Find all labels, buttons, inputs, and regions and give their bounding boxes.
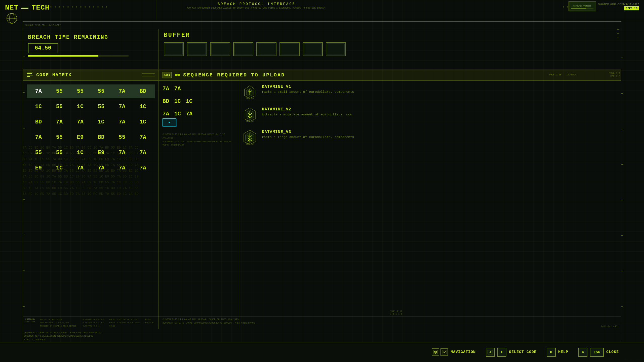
- close-button[interactable]: C ESC CLOSE: [578, 348, 619, 357]
- matrix-cell-5-4[interactable]: 7A: [113, 161, 132, 175]
- matrix-cell-5-3[interactable]: 7A: [92, 161, 111, 175]
- matrix-cell-4-2[interactable]: 1C: [71, 146, 90, 160]
- matrix-cell-2-3[interactable]: 1C: [92, 115, 111, 129]
- datamine-icon-3: DISC_V1A: [243, 130, 257, 145]
- matrix-cell-1-3[interactable]: 55: [92, 100, 111, 114]
- datamine-info-3: DATAMINE_V3 racts a large amount of euro…: [262, 130, 617, 139]
- close-label: CLOSE: [606, 350, 619, 354]
- model-line-label: NODE LINE: [549, 74, 561, 76]
- matrix-cell-4-3[interactable]: E9: [92, 146, 111, 160]
- breach-time-section: BREACH TIME REMAINING 64.50: [23, 29, 159, 69]
- matrix-cell-5-5[interactable]: 7A: [134, 161, 152, 175]
- matrix-cell-3-2[interactable]: E9: [71, 130, 90, 144]
- seq-code-1-2: 7A: [174, 86, 181, 92]
- datamine-info-2: DATAMINE_V2 Extracts a moderate amount o…: [262, 107, 617, 116]
- buffer-title: BUFFER: [164, 32, 616, 38]
- breach-protocol-title: BREACH PROTOCOL INTERFACE: [156, 0, 357, 6]
- matrix-cell-3-1[interactable]: 55: [50, 130, 69, 144]
- top-right-area: NETWATCH PROTOCOL SKONNER 62UZ-FFLH-9Y1T…: [569, 1, 639, 11]
- buffer-slot-8: [326, 42, 346, 56]
- dot-pattern-left: [50, 6, 107, 8]
- datamine-name-2: DATAMINE_V2: [262, 107, 617, 112]
- header-center: BREACH PROTOCOL INTERFACE YOU MAY ENCOUN…: [156, 0, 357, 20]
- matrix-cell-2-4[interactable]: 7A: [113, 115, 132, 129]
- matrix-cell-4-5[interactable]: 7A: [134, 146, 152, 160]
- matrix-cell-2-0[interactable]: BD: [29, 115, 48, 129]
- matrix-cell-4-1[interactable]: 55: [50, 146, 69, 160]
- seq-code-2-2: 1C: [174, 98, 181, 105]
- matrix-cell-0-5[interactable]: BD: [134, 84, 152, 98]
- svg-text:DISC_V1A: DISC_V1A: [246, 143, 254, 145]
- sequence-list: 7A 7A BD 1C 1C 7A: [159, 81, 239, 329]
- buffer-slot-1: [164, 42, 184, 56]
- seq-footer-right: 1511-1111 1-1 1 1-1: [390, 310, 402, 315]
- buffer-slot-4: [233, 42, 253, 56]
- top-bar: NET TECH BREACH PROTOCOL INTERFACE YOU M…: [0, 0, 644, 20]
- matrix-cell-0-2[interactable]: 55: [71, 84, 90, 98]
- sequence-item-2: BD 1C 1C: [163, 98, 235, 105]
- navigation-button[interactable]: NAVIGATION: [432, 348, 476, 356]
- svg-text:DISC_V1A: DISC_V1A: [246, 98, 254, 99]
- matrix-cell-2-5[interactable]: 1C: [134, 115, 152, 129]
- buffer-slot-2: [187, 42, 207, 56]
- matrix-cell-4-0[interactable]: 55: [29, 146, 48, 160]
- matrix-row-0: 7A 55 55 55 7A BD: [27, 84, 155, 98]
- right-outer-ticks: [621, 23, 623, 342]
- matrix-cell-5-0[interactable]: E9: [29, 161, 48, 175]
- matrix-cell-0-0[interactable]: 7A: [29, 84, 48, 98]
- matrix-cell-0-4[interactable]: 7A: [113, 84, 132, 98]
- datamine-info-1: DATAMINE_V1 racts a small amount of euro…: [262, 84, 617, 94]
- sequence-active-selector[interactable]: ▶: [163, 118, 176, 126]
- seq-code-3-2: 1C: [174, 111, 181, 117]
- matrix-cell-3-0[interactable]: 7A: [29, 130, 48, 144]
- matrix-cell-1-4[interactable]: 7A: [113, 100, 132, 114]
- datamine-name-3: DATAMINE_V3: [262, 130, 617, 134]
- breach-bar: [28, 55, 129, 57]
- matrix-row-1: 1C 55 1C 55 7A 1C: [27, 100, 155, 114]
- select-code-label: SELECT CODE: [509, 350, 537, 354]
- nav-icon-2: [440, 348, 448, 356]
- sequence-codes-2: BD 1C 1C: [163, 98, 235, 105]
- matrix-cell-2-1[interactable]: 7A: [50, 115, 69, 129]
- datamine-item-1: DISC_V1A DATAMINE_V1 racts a small amoun…: [243, 84, 617, 100]
- breach-time-value: 64.50: [28, 43, 58, 53]
- key-c: C: [578, 348, 587, 357]
- breach-time-label: BREACH TIME REMAINING: [28, 34, 153, 40]
- matrix-cell-5-2[interactable]: 7A: [71, 161, 90, 175]
- select-code-button[interactable]: F SELECT CODE: [486, 348, 537, 357]
- sub-header: BKUHNR 62UZ-FFLH-9Y1T-6327: [23, 22, 621, 29]
- svg-text:DISC_V1A: DISC_V1A: [246, 120, 254, 122]
- svg-point-9: [175, 74, 177, 76]
- buffer-slots: [164, 42, 616, 56]
- matrix-row-3: 7A 55 E9 BD 55 7A: [27, 130, 155, 144]
- matrix-cell-3-4[interactable]: 55: [113, 130, 132, 144]
- matrix-cell-3-5[interactable]: 7A: [134, 130, 152, 144]
- matrix-cell-4-4[interactable]: 7A: [113, 146, 132, 160]
- svg-rect-24: [442, 350, 446, 354]
- seq-code-2-3: 1C: [186, 98, 192, 105]
- seq-code-1-1: 7A: [163, 86, 169, 92]
- matrix-cell-0-3[interactable]: 55: [92, 84, 111, 98]
- matrix-cell-2-2[interactable]: 7A: [71, 115, 90, 129]
- seq-code-3-1: 7A: [163, 111, 169, 117]
- matrix-cell-1-1[interactable]: 55: [50, 100, 69, 114]
- buffer-slot-7: [303, 42, 323, 56]
- right-inner-ticks: [617, 29, 619, 69]
- matrix-cell-1-0[interactable]: 1C: [29, 100, 48, 114]
- sequence-section-footer: CUSTOM GLITCHES ON AI MAY APPEAR. BASED …: [159, 316, 621, 329]
- help-button[interactable]: H HELP: [547, 348, 568, 357]
- code-matrix-section: CODE MATRIX 7A 55 55 55 7A BD 1C 55: [23, 69, 159, 329]
- matrix-cell-0-1[interactable]: 55: [50, 84, 69, 98]
- matrix-cell-1-2[interactable]: 1C: [71, 100, 90, 114]
- svg-rect-8: [571, 8, 586, 9]
- matrix-cell-5-1[interactable]: 1C: [50, 161, 69, 175]
- seq-code-2-1: BD: [163, 98, 169, 105]
- matrix-cell-1-5[interactable]: 1C: [134, 100, 152, 114]
- sequence-badge: A351: [163, 72, 172, 78]
- matrix-footer: PROTOCOL 4333-444 001-1324 CERT:FIED AND…: [23, 316, 159, 329]
- matrix-cell-3-3[interactable]: BD: [92, 130, 111, 144]
- datamine-item-2: DISC_V1A DATAMINE_V2 Extracts a moderate…: [243, 107, 617, 122]
- datamine-icon-2: DISC_V1A: [243, 107, 257, 122]
- matrix-icon: [27, 72, 33, 78]
- sequence-item-3: 7A 1C 7A ▶: [163, 111, 235, 126]
